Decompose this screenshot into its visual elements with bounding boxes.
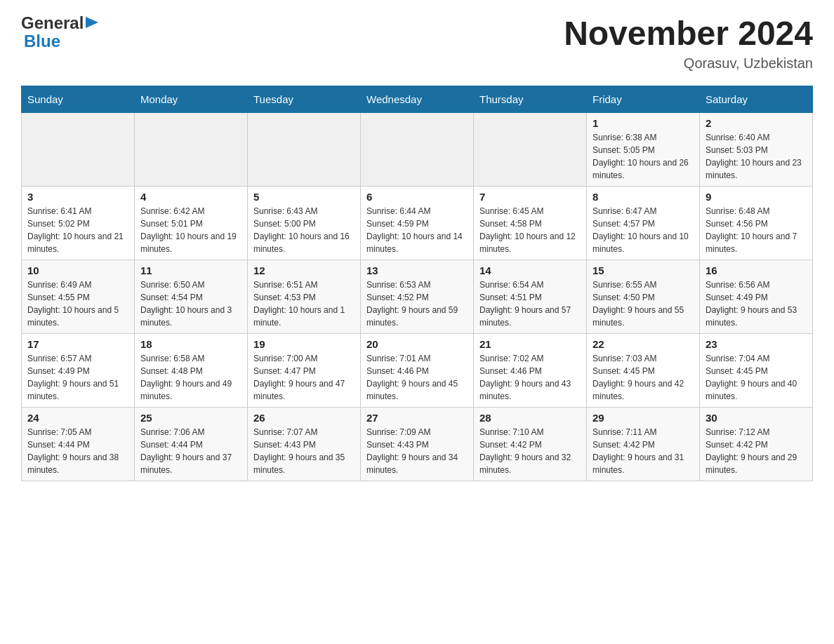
day-number: 20 [366, 338, 468, 350]
day-number: 7 [479, 191, 581, 203]
calendar-cell: 20Sunrise: 7:01 AM Sunset: 4:46 PM Dayli… [361, 334, 474, 408]
calendar-cell: 15Sunrise: 6:55 AM Sunset: 4:50 PM Dayli… [587, 260, 700, 334]
day-number: 8 [593, 191, 694, 203]
calendar-cell: 8Sunrise: 6:47 AM Sunset: 4:57 PM Daylig… [587, 187, 700, 260]
location-title: Qorasuv, Uzbekistan [564, 55, 813, 72]
day-number: 12 [253, 264, 355, 276]
calendar-cell: 25Sunrise: 7:06 AM Sunset: 4:44 PM Dayli… [135, 408, 248, 481]
calendar-cell: 24Sunrise: 7:05 AM Sunset: 4:44 PM Dayli… [22, 408, 135, 481]
calendar-week-row: 10Sunrise: 6:49 AM Sunset: 4:55 PM Dayli… [22, 260, 813, 334]
day-number: 3 [27, 191, 128, 203]
day-info: Sunrise: 6:51 AM Sunset: 4:53 PM Dayligh… [253, 279, 355, 329]
day-number: 26 [253, 412, 355, 424]
weekday-header-sunday: Sunday [22, 86, 135, 113]
title-area: November 2024 Qorasuv, Uzbekistan [564, 14, 813, 72]
day-info: Sunrise: 6:42 AM Sunset: 5:01 PM Dayligh… [140, 205, 241, 255]
calendar-week-row: 3Sunrise: 6:41 AM Sunset: 5:02 PM Daylig… [22, 187, 813, 260]
day-number: 9 [706, 191, 807, 203]
calendar-table: SundayMondayTuesdayWednesdayThursdayFrid… [21, 86, 813, 481]
calendar-cell: 30Sunrise: 7:12 AM Sunset: 4:42 PM Dayli… [700, 408, 813, 481]
day-info: Sunrise: 6:53 AM Sunset: 4:52 PM Dayligh… [366, 279, 468, 329]
day-info: Sunrise: 6:48 AM Sunset: 4:56 PM Dayligh… [706, 205, 807, 255]
calendar-cell: 22Sunrise: 7:03 AM Sunset: 4:45 PM Dayli… [587, 334, 700, 408]
calendar-cell: 10Sunrise: 6:49 AM Sunset: 4:55 PM Dayli… [22, 260, 135, 334]
day-info: Sunrise: 7:11 AM Sunset: 4:42 PM Dayligh… [593, 426, 694, 476]
calendar-cell: 12Sunrise: 6:51 AM Sunset: 4:53 PM Dayli… [248, 260, 361, 334]
day-number: 27 [366, 412, 468, 424]
calendar-cell: 9Sunrise: 6:48 AM Sunset: 4:56 PM Daylig… [700, 187, 813, 260]
day-info: Sunrise: 6:56 AM Sunset: 4:49 PM Dayligh… [706, 279, 807, 329]
day-info: Sunrise: 6:41 AM Sunset: 5:02 PM Dayligh… [27, 205, 128, 255]
day-number: 5 [253, 191, 355, 203]
day-number: 23 [706, 338, 807, 350]
day-number: 18 [140, 338, 241, 350]
day-number: 21 [479, 338, 581, 350]
day-info: Sunrise: 7:09 AM Sunset: 4:43 PM Dayligh… [366, 426, 468, 476]
day-info: Sunrise: 6:57 AM Sunset: 4:49 PM Dayligh… [27, 352, 128, 403]
day-number: 14 [479, 264, 581, 276]
calendar-week-row: 24Sunrise: 7:05 AM Sunset: 4:44 PM Dayli… [22, 408, 813, 481]
calendar-cell [474, 113, 587, 187]
month-title: November 2024 [564, 14, 813, 53]
calendar-cell: 4Sunrise: 6:42 AM Sunset: 5:01 PM Daylig… [135, 187, 248, 260]
logo-arrow-icon [86, 17, 98, 31]
day-number: 2 [706, 117, 807, 129]
day-info: Sunrise: 7:10 AM Sunset: 4:42 PM Dayligh… [479, 426, 581, 476]
day-number: 1 [593, 117, 694, 129]
weekday-header-tuesday: Tuesday [248, 86, 361, 113]
day-info: Sunrise: 6:54 AM Sunset: 4:51 PM Dayligh… [479, 279, 581, 329]
day-number: 29 [593, 412, 694, 424]
weekday-header-thursday: Thursday [474, 86, 587, 113]
weekday-header-saturday: Saturday [700, 86, 813, 113]
calendar-cell: 13Sunrise: 6:53 AM Sunset: 4:52 PM Dayli… [361, 260, 474, 334]
day-info: Sunrise: 7:07 AM Sunset: 4:43 PM Dayligh… [253, 426, 355, 476]
day-info: Sunrise: 6:49 AM Sunset: 4:55 PM Dayligh… [27, 279, 128, 329]
day-info: Sunrise: 7:02 AM Sunset: 4:46 PM Dayligh… [479, 352, 581, 403]
day-number: 25 [140, 412, 241, 424]
day-info: Sunrise: 6:43 AM Sunset: 5:00 PM Dayligh… [253, 205, 355, 255]
day-info: Sunrise: 6:55 AM Sunset: 4:50 PM Dayligh… [593, 279, 694, 329]
calendar-cell: 28Sunrise: 7:10 AM Sunset: 4:42 PM Dayli… [474, 408, 587, 481]
calendar-cell: 2Sunrise: 6:40 AM Sunset: 5:03 PM Daylig… [700, 113, 813, 187]
day-info: Sunrise: 7:12 AM Sunset: 4:42 PM Dayligh… [706, 426, 807, 476]
calendar-cell: 26Sunrise: 7:07 AM Sunset: 4:43 PM Dayli… [248, 408, 361, 481]
calendar-cell: 18Sunrise: 6:58 AM Sunset: 4:48 PM Dayli… [135, 334, 248, 408]
calendar-cell: 14Sunrise: 6:54 AM Sunset: 4:51 PM Dayli… [474, 260, 587, 334]
day-info: Sunrise: 7:03 AM Sunset: 4:45 PM Dayligh… [593, 352, 694, 403]
weekday-header-row: SundayMondayTuesdayWednesdayThursdayFrid… [22, 86, 813, 113]
day-info: Sunrise: 7:00 AM Sunset: 4:47 PM Dayligh… [253, 352, 355, 403]
calendar-cell: 23Sunrise: 7:04 AM Sunset: 4:45 PM Dayli… [700, 334, 813, 408]
page-header: General Blue November 2024 Qorasuv, Uzbe… [21, 14, 813, 72]
day-info: Sunrise: 6:38 AM Sunset: 5:05 PM Dayligh… [593, 131, 694, 182]
day-info: Sunrise: 6:44 AM Sunset: 4:59 PM Dayligh… [366, 205, 468, 255]
day-info: Sunrise: 7:05 AM Sunset: 4:44 PM Dayligh… [27, 426, 128, 476]
calendar-cell: 6Sunrise: 6:44 AM Sunset: 4:59 PM Daylig… [361, 187, 474, 260]
calendar-cell: 3Sunrise: 6:41 AM Sunset: 5:02 PM Daylig… [22, 187, 135, 260]
day-info: Sunrise: 6:58 AM Sunset: 4:48 PM Dayligh… [140, 352, 241, 403]
calendar-cell: 21Sunrise: 7:02 AM Sunset: 4:46 PM Dayli… [474, 334, 587, 408]
day-info: Sunrise: 6:45 AM Sunset: 4:58 PM Dayligh… [479, 205, 581, 255]
weekday-header-friday: Friday [587, 86, 700, 113]
weekday-header-monday: Monday [135, 86, 248, 113]
calendar-cell: 16Sunrise: 6:56 AM Sunset: 4:49 PM Dayli… [700, 260, 813, 334]
day-number: 22 [593, 338, 694, 350]
day-number: 28 [479, 412, 581, 424]
day-number: 19 [253, 338, 355, 350]
day-number: 4 [140, 191, 241, 203]
calendar-cell: 5Sunrise: 6:43 AM Sunset: 5:00 PM Daylig… [248, 187, 361, 260]
day-number: 10 [27, 264, 128, 276]
day-info: Sunrise: 7:04 AM Sunset: 4:45 PM Dayligh… [706, 352, 807, 403]
calendar-cell: 7Sunrise: 6:45 AM Sunset: 4:58 PM Daylig… [474, 187, 587, 260]
day-info: Sunrise: 6:40 AM Sunset: 5:03 PM Dayligh… [706, 131, 807, 182]
calendar-cell: 19Sunrise: 7:00 AM Sunset: 4:47 PM Dayli… [248, 334, 361, 408]
day-info: Sunrise: 7:06 AM Sunset: 4:44 PM Dayligh… [140, 426, 241, 476]
logo-blue-text: Blue [24, 32, 60, 51]
day-info: Sunrise: 6:50 AM Sunset: 4:54 PM Dayligh… [140, 279, 241, 329]
day-number: 11 [140, 264, 241, 276]
calendar-week-row: 1Sunrise: 6:38 AM Sunset: 5:05 PM Daylig… [22, 113, 813, 187]
weekday-header-wednesday: Wednesday [361, 86, 474, 113]
calendar-cell: 1Sunrise: 6:38 AM Sunset: 5:05 PM Daylig… [587, 113, 700, 187]
calendar-cell [135, 113, 248, 187]
day-number: 6 [366, 191, 468, 203]
calendar-cell [361, 113, 474, 187]
